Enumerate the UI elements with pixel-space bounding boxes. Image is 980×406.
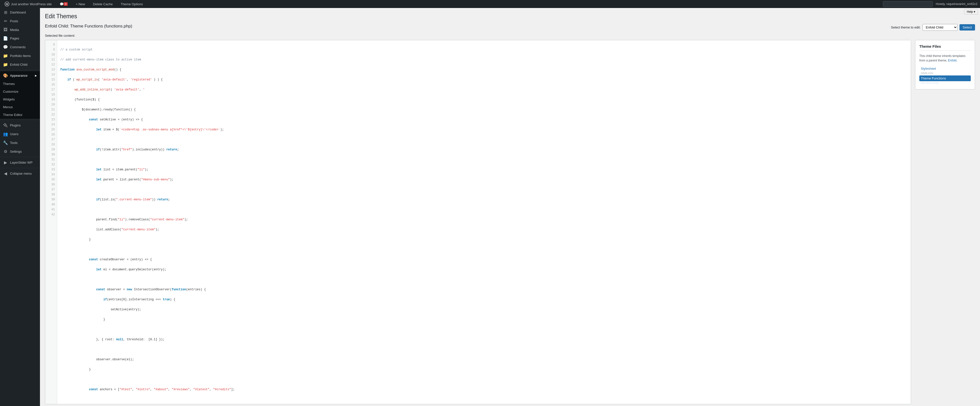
line-num-30: 30 xyxy=(45,152,57,157)
line-num-17: 17 xyxy=(45,87,57,92)
menus-link[interactable]: Menus xyxy=(0,103,40,111)
code-content[interactable]: // a custom script // add current-menu-i… xyxy=(57,40,911,404)
line-num-27: 27 xyxy=(45,137,57,142)
code-line-37: }, { root: null, threshold: [0.1] }); xyxy=(60,337,908,342)
sidebar-item-collapse[interactable]: ◀ Collapse menu xyxy=(0,169,40,178)
svg-text:W: W xyxy=(5,3,8,6)
line-num-35: 35 xyxy=(45,177,57,182)
theme-file-stylesheet[interactable]: Stylesheet (style.css) xyxy=(919,66,971,75)
line-num-33: 33 xyxy=(45,167,57,172)
layerslider-link[interactable]: ▶ LayerSlider WP xyxy=(0,158,40,167)
sidebar-item-dashboard[interactable]: ⊞ Dashboard xyxy=(0,8,40,17)
sidebar-item-comments[interactable]: 💬 Comments xyxy=(0,43,40,51)
theme-files-panel-title: Theme Files xyxy=(919,44,971,51)
tools-link[interactable]: 🔧 Tools xyxy=(0,139,40,147)
parent-theme-link[interactable]: Enfold xyxy=(948,59,956,62)
code-line-23: if(list.is(".current-menu-item")) return… xyxy=(60,197,908,202)
code-line-22 xyxy=(60,187,908,192)
theme-options-label: Theme Options xyxy=(121,2,143,6)
stylesheet-sub: (style.css) xyxy=(919,72,971,75)
media-label: Media xyxy=(10,28,19,32)
code-line-28 xyxy=(60,247,908,252)
sidebar-item-tools[interactable]: 🔧 Tools xyxy=(0,139,40,147)
body-content: Help ▾ Edit Themes Enfold Child: Theme F… xyxy=(40,8,980,406)
line-num-41: 41 xyxy=(45,207,57,212)
users-label: Users xyxy=(10,132,19,136)
line-num-13: 13 xyxy=(45,67,57,72)
wp-logo-item[interactable]: W Just another WordPress site xyxy=(3,0,54,8)
settings-link[interactable]: ⚙ Settings xyxy=(0,147,40,156)
sidebar-item-media[interactable]: 🖼 Media xyxy=(0,25,40,34)
appearance-submenu: Themes Customize Widgets Menus Theme Edi… xyxy=(0,80,40,119)
sidebar-item-plugins[interactable]: 🔌 Plugins xyxy=(0,121,40,130)
sidebar-item-posts[interactable]: ✏ Posts xyxy=(0,17,40,25)
sidebar-subitem-theme-editor[interactable]: Theme Editor xyxy=(0,111,40,119)
adminbar-left: W Just another WordPress site 💬 0 + New … xyxy=(3,0,883,8)
code-line-21: let parent = list.parent("#menu-sub-menu… xyxy=(60,177,908,182)
theme-select-dropdown[interactable]: Enfold Child xyxy=(923,24,958,31)
pages-label: Pages xyxy=(10,37,19,40)
sidebar-subitem-menus[interactable]: Menus xyxy=(0,103,40,111)
sidebar-item-pages[interactable]: 📄 Pages xyxy=(0,34,40,43)
theme-editor-link[interactable]: Theme Editor xyxy=(0,111,40,119)
help-button[interactable]: Help ▾ xyxy=(964,9,978,14)
theme-files-panel: Theme Files This child theme inherits te… xyxy=(915,40,975,89)
line-num-34: 34 xyxy=(45,172,57,177)
line-numbers: 8 9 10 11 12 13 14 15 16 17 18 19 xyxy=(45,40,57,404)
line-num-12: 12 xyxy=(45,62,57,67)
delete-cache-item[interactable]: Delete Cache xyxy=(91,0,115,8)
line-num-39: 39 xyxy=(45,197,57,202)
pages-link[interactable]: 📄 Pages xyxy=(0,34,40,43)
sidebar-subitem-customize[interactable]: Customize xyxy=(0,88,40,96)
portfolio-icon: 📁 xyxy=(3,54,8,58)
sidebar-subitem-widgets[interactable]: Widgets xyxy=(0,96,40,103)
line-num-11: 11 xyxy=(45,57,57,62)
comments-item[interactable]: 💬 0 xyxy=(58,0,70,8)
settings-label: Settings xyxy=(10,150,22,153)
line-num-20: 20 xyxy=(45,102,57,107)
sidebar-item-users[interactable]: 👥 Users xyxy=(0,130,40,139)
theme-functions-link[interactable]: Theme Functions xyxy=(919,75,971,81)
select-button[interactable]: Select xyxy=(959,24,975,30)
widgets-link[interactable]: Widgets xyxy=(0,96,40,103)
customize-link[interactable]: Customize xyxy=(0,88,40,96)
dashboard-link[interactable]: ⊞ Dashboard xyxy=(0,8,40,17)
plugins-link[interactable]: 🔌 Plugins xyxy=(0,121,40,130)
main-content: Help ▾ Edit Themes Enfold Child: Theme F… xyxy=(40,8,980,406)
code-line-42: const anchors = ["#test", "#intro", "#ab… xyxy=(60,387,908,392)
sidebar-item-enfold-child[interactable]: 📁 Enfold Child xyxy=(0,60,40,69)
settings-icon: ⚙ xyxy=(3,149,8,154)
adminbar-search-input[interactable] xyxy=(883,1,933,7)
sidebar-item-settings[interactable]: ⚙ Settings xyxy=(0,147,40,156)
collapse-link[interactable]: ◀ Collapse menu xyxy=(0,169,40,178)
sidebar-item-layerslider[interactable]: ▶ LayerSlider WP xyxy=(0,158,40,167)
media-link[interactable]: 🖼 Media xyxy=(0,25,40,34)
theme-options-item[interactable]: Theme Options xyxy=(119,0,145,8)
portfolio-link[interactable]: 📁 Portfolio Items xyxy=(0,51,40,60)
appearance-link[interactable]: 🎨 Appearance ▶ xyxy=(0,71,40,80)
themes-link[interactable]: Themes xyxy=(0,80,40,88)
sidebar-subitem-themes[interactable]: Themes xyxy=(0,80,40,88)
line-num-38: 38 xyxy=(45,192,57,197)
stylesheet-link[interactable]: Stylesheet xyxy=(919,66,971,72)
wp-wrap: ⊞ Dashboard ✏ Posts 🖼 Media 📄 Pa xyxy=(0,8,980,406)
line-num-8: 8 xyxy=(45,42,57,47)
comments-link[interactable]: 💬 Comments xyxy=(0,43,40,51)
code-line-27: } xyxy=(60,237,908,242)
code-line-8: // a custom script xyxy=(60,47,908,52)
howdy-text: Howdy, raqueIravanini_sm62c2 xyxy=(936,2,977,6)
new-content-item[interactable]: + New xyxy=(74,0,87,8)
line-num-9: 9 xyxy=(45,47,57,52)
users-link[interactable]: 👥 Users xyxy=(0,130,40,139)
line-num-23: 23 xyxy=(45,117,57,122)
sidebar-item-portfolio[interactable]: 📁 Portfolio Items xyxy=(0,51,40,60)
code-line-32: const observer = new IntersectionObserve… xyxy=(60,287,908,292)
line-num-14: 14 xyxy=(45,72,57,77)
theme-file-functions[interactable]: Theme Functions (functions.php) xyxy=(919,75,971,85)
code-editor[interactable]: 8 9 10 11 12 13 14 15 16 17 18 19 xyxy=(45,40,911,404)
enfold-child-link[interactable]: 📁 Enfold Child xyxy=(0,60,40,69)
sidebar-item-appearance[interactable]: 🎨 Appearance ▶ xyxy=(0,71,40,80)
functions-sub: (functions.php) xyxy=(919,81,971,85)
posts-link[interactable]: ✏ Posts xyxy=(0,17,40,25)
tools-icon: 🔧 xyxy=(3,140,8,145)
